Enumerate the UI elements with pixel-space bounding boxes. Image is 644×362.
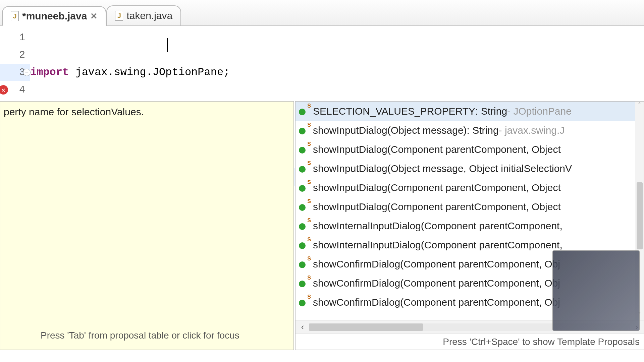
method-icon: S (299, 164, 309, 174)
javadoc-hint: Press 'Tab' from proposal table or click… (4, 330, 290, 345)
item-return: : String (475, 106, 507, 117)
item-main: showInputDialog(Component parentComponen… (313, 144, 561, 155)
code-line[interactable]: import javax.swing.JOptionPane; (30, 64, 644, 81)
item-return: : String (467, 125, 499, 136)
java-file-icon: J (115, 11, 123, 21)
autocomplete-item[interactable]: S showInputDialog(Object message) : Stri… (296, 121, 644, 140)
method-icon: S (299, 106, 309, 116)
item-main: showInputDialog(Component parentComponen… (313, 201, 561, 213)
line-number: 3 − (0, 64, 30, 81)
keyword: import (30, 64, 69, 81)
error-icon[interactable]: ✕ (0, 85, 8, 95)
method-icon: S (299, 144, 309, 155)
method-icon: S (299, 221, 309, 231)
item-package: - JOptionPane (507, 106, 572, 117)
item-main: showInputDialog(Component parentComponen… (313, 182, 561, 193)
javadoc-text: perty name for selectionValues. (4, 106, 290, 118)
scroll-thumb[interactable] (637, 182, 643, 249)
item-main: showConfirmDialog(Component parentCompon… (313, 297, 560, 308)
method-icon: S (299, 297, 309, 307)
hint-text: Press 'Ctrl+Space' to show Template Prop… (443, 337, 640, 347)
line-number: ✕ 4 (0, 81, 30, 99)
java-file-icon: J (11, 11, 19, 21)
tab-label: taken.java (126, 10, 172, 21)
editor-tabbar: J *muneeb.java ✕ J taken.java (0, 0, 644, 26)
tab-taken[interactable]: J taken.java (106, 5, 181, 25)
item-main: SELECTION_VALUES_PROPERTY (313, 106, 475, 117)
method-icon: S (299, 259, 309, 269)
ide-window: J *muneeb.java ✕ J taken.java 1 2 3 − ✕ … (0, 0, 644, 362)
mouse-ibeam-cursor (167, 38, 168, 52)
line-number: 1 (0, 29, 30, 46)
method-icon: S (299, 202, 309, 212)
autocomplete-hint: Press 'Ctrl+Space' to show Template Prop… (296, 334, 644, 350)
line-number-text: 1 (19, 32, 25, 43)
code-text: javax.swing.JOptionPane; (69, 64, 230, 81)
method-icon: S (299, 278, 309, 288)
line-number-text: 2 (19, 49, 25, 61)
close-icon[interactable]: ✕ (90, 11, 98, 21)
method-icon: S (299, 240, 309, 250)
item-main: showInputDialog(Object message) (313, 125, 467, 136)
item-main: showInputDialog(Object message, Object i… (313, 163, 572, 174)
line-number-text: 4 (19, 84, 25, 96)
autocomplete-item[interactable]: S showInternalInputDialog(Component pare… (296, 216, 644, 235)
item-main: showInternalInputDialog(Component parent… (313, 239, 562, 251)
item-main: showConfirmDialog(Component parentCompon… (313, 278, 560, 289)
item-package: - javax.swing.J (499, 125, 565, 136)
autocomplete-item[interactable]: S showInputDialog(Component parentCompon… (296, 140, 644, 159)
autocomplete-item[interactable]: S SELECTION_VALUES_PROPERTY : String - J… (296, 102, 644, 121)
item-main: showConfirmDialog(Component parentCompon… (313, 258, 560, 270)
tab-label: *muneeb.java (22, 10, 87, 22)
fold-collapse-icon[interactable]: − (23, 69, 31, 76)
autocomplete-item[interactable]: S showInputDialog(Component parentCompon… (296, 197, 644, 216)
method-icon: S (299, 183, 309, 193)
autocomplete-item[interactable]: S showInputDialog(Object message, Object… (296, 159, 644, 178)
scroll-thumb[interactable] (309, 323, 423, 331)
tab-muneeb[interactable]: J *muneeb.java ✕ (2, 6, 106, 26)
method-icon: S (299, 125, 309, 135)
scroll-up-icon[interactable]: ˄ (638, 102, 641, 111)
line-number: 2 (0, 46, 30, 64)
overlay-thumbnail (552, 250, 640, 331)
autocomplete-popup[interactable]: S SELECTION_VALUES_PROPERTY : String - J… (295, 101, 644, 350)
javadoc-popup[interactable]: perty name for selectionValues. Press 'T… (0, 101, 294, 350)
item-main: showInternalInputDialog(Component parent… (313, 220, 562, 232)
autocomplete-item[interactable]: S showInputDialog(Component parentCompon… (296, 178, 644, 197)
scroll-left-icon[interactable]: ‹ (298, 322, 308, 332)
